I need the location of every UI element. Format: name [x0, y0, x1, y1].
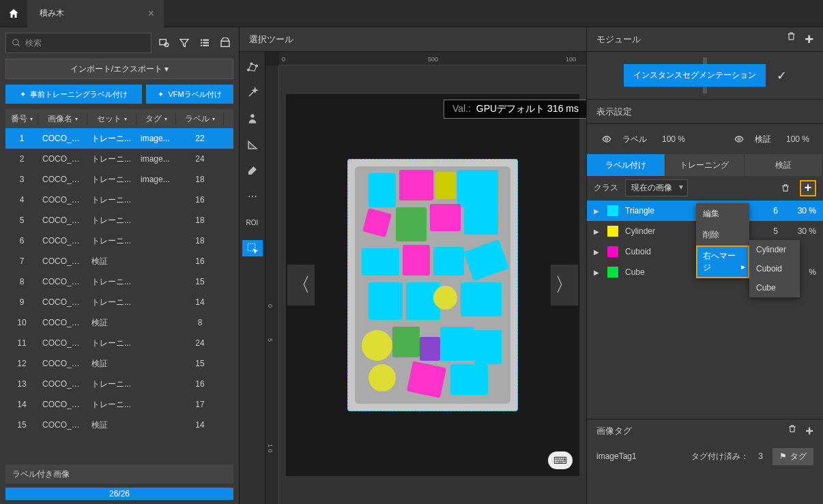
table-row[interactable]: 3COCO_va...トレーニ...image...18 [5, 169, 233, 190]
display-label-row: ラベル 100 % 検証 100 % [587, 124, 823, 154]
svg-rect-8 [201, 45, 202, 46]
merge-submenu: Cylinder Cuboid Cube [749, 240, 800, 297]
svg-line-1 [18, 44, 20, 46]
module-chip-row: インスタンスセグメンテーション ✓ [587, 52, 823, 100]
trash-icon[interactable] [788, 424, 797, 439]
next-image-button[interactable]: 〉 [551, 265, 578, 306]
wand-tool[interactable] [242, 85, 263, 101]
ruler-horizontal: 0 500 100 [279, 52, 586, 65]
tab-labeling[interactable]: ラベル付け [587, 154, 665, 176]
table-row[interactable]: 1COCO_va...トレーニ...image...22 [5, 128, 233, 149]
tool-toolbar: ⋯ ROI [240, 52, 265, 504]
ctx-delete[interactable]: 削除 [696, 224, 749, 246]
table-row[interactable]: 11COCO_va...トレーニ...24 [5, 333, 233, 353]
svg-point-15 [250, 114, 254, 117]
person-tool[interactable] [242, 110, 263, 127]
class-list: 編集 削除 右へマージ▸ Cylinder Cuboid Cube ▶Trian… [587, 201, 823, 282]
canvas[interactable]: Val.:GPUデフォルト 316 ms 〈 〉 ⌨ [279, 65, 586, 504]
module-chip[interactable]: インスタンスセグメンテーション [624, 64, 766, 87]
svg-point-13 [255, 65, 257, 67]
eraser-tool[interactable] [242, 162, 263, 179]
svg-point-11 [247, 69, 249, 71]
svg-line-14 [248, 90, 255, 96]
more-tool[interactable]: ⋯ [242, 188, 263, 205]
labeled-images-label: ラベル付き画像 [5, 464, 233, 484]
right-panel: モジュール + インスタンスセグメンテーション ✓ 表示設定 ラベル 100 %… [587, 27, 823, 504]
tab-verify[interactable]: 検証 [745, 154, 823, 176]
center-header: 選択ツール [240, 27, 586, 52]
image-settings-icon[interactable] [156, 35, 172, 51]
check-icon[interactable]: ✓ [777, 68, 787, 83]
grid-icon[interactable] [217, 35, 233, 51]
table-row[interactable]: 2COCO_va...トレーニ...image...24 [5, 149, 233, 169]
svg-point-12 [250, 63, 252, 65]
pretrain-label-button[interactable]: ✦事前トレーニングラベル付け [5, 85, 142, 104]
project-tab[interactable]: 積み木 × [27, 0, 164, 27]
center-panel: 選択ツール ⋯ ROI 0 500 100 0 5 [239, 27, 587, 504]
context-menu: 編集 削除 右へマージ▸ [696, 203, 749, 278]
select-tool[interactable] [242, 240, 263, 256]
plus-icon[interactable]: + [805, 424, 813, 439]
left-panel: 検索 インポート/エクスポート ▾ ✦事前トレーニングラベル付け ✦VFMラベル… [0, 27, 239, 504]
progress-bar: 26/26 [5, 488, 233, 500]
trash-icon[interactable] [781, 183, 790, 193]
tag-button[interactable]: ⚑タグ [773, 448, 813, 465]
svg-rect-7 [203, 42, 209, 44]
tag-row: imageTag1 タグ付け済み： 3 ⚑タグ [587, 443, 823, 470]
table-row[interactable]: 4COCO_va...トレーニ...16 [5, 190, 233, 210]
add-class-button[interactable]: + [800, 180, 816, 196]
list-icon[interactable] [197, 35, 213, 51]
table-row[interactable]: 7COCO_va...検証16 [5, 251, 233, 271]
class-header-row: クラス 現在の画像 + [587, 176, 823, 201]
angle-tool[interactable] [242, 136, 263, 153]
plus-icon[interactable]: + [805, 31, 813, 48]
module-header: モジュール + [587, 27, 823, 52]
ctx-merge[interactable]: 右へマージ▸ [696, 246, 749, 278]
svg-point-18 [738, 138, 740, 140]
mode-tabs: ラベル付け トレーニング 検証 [587, 154, 823, 176]
table-row[interactable]: 8COCO_va...トレーニ...15 [5, 271, 233, 292]
tag-name: imageTag1 [596, 451, 637, 461]
ctx-edit[interactable]: 編集 [696, 203, 749, 224]
tab-training[interactable]: トレーニング [665, 154, 744, 176]
search-input[interactable]: 検索 [5, 33, 151, 53]
keyboard-icon[interactable]: ⌨ [548, 451, 573, 469]
prev-image-button[interactable]: 〈 [287, 265, 315, 306]
table-row[interactable]: 15COCO_va...検証14 [5, 415, 233, 435]
svg-rect-9 [203, 45, 209, 46]
validation-badge: Val.:GPUデフォルト 316 ms [444, 100, 586, 119]
eye-icon[interactable] [733, 134, 745, 144]
sub-cube[interactable]: Cube [749, 278, 800, 297]
table-row[interactable]: 10COCO_va...検証8 [5, 312, 233, 333]
ruler-vertical: 0 5 1 0 [265, 65, 279, 504]
close-icon[interactable]: × [148, 8, 154, 20]
table-header: 番号▾ 画像名▾ セット▾ タグ▾ ラベル▾ [5, 109, 233, 128]
table-row[interactable]: 5COCO_va...トレーニ...18 [5, 210, 233, 231]
annotated-image [347, 159, 518, 411]
vfm-label-button[interactable]: ✦VFMラベル付け [146, 85, 233, 104]
polygon-tool[interactable] [242, 59, 263, 75]
svg-point-0 [13, 40, 18, 45]
filter-icon[interactable] [176, 35, 192, 51]
table-row[interactable]: 6COCO_va...トレーニ...18 [5, 231, 233, 251]
class-scope-dropdown[interactable]: 現在の画像 [625, 179, 688, 196]
display-section-title: 表示設定 [587, 100, 823, 124]
svg-point-17 [605, 138, 608, 140]
tab-title: 積み木 [40, 8, 64, 19]
sub-cylinder[interactable]: Cylinder [749, 240, 800, 259]
svg-rect-6 [201, 42, 202, 44]
table-row[interactable]: 14COCO_va...トレーニ...17 [5, 394, 233, 415]
sub-cuboid[interactable]: Cuboid [749, 259, 800, 278]
tags-header: 画像タグ + [587, 419, 823, 443]
trash-icon[interactable] [786, 31, 796, 48]
svg-rect-4 [201, 40, 202, 41]
image-viewport: Val.:GPUデフォルト 316 ms 〈 〉 ⌨ [286, 94, 579, 476]
table-row[interactable]: 12COCO_va...検証15 [5, 353, 233, 374]
import-export-button[interactable]: インポート/エクスポート ▾ [5, 59, 233, 79]
svg-rect-5 [203, 40, 209, 41]
table-row[interactable]: 13COCO_va...トレーニ...16 [5, 374, 233, 394]
table-row[interactable]: 9COCO_va...トレーニ...14 [5, 292, 233, 312]
roi-tool[interactable]: ROI [242, 214, 263, 231]
eye-icon[interactable] [601, 134, 613, 144]
home-button[interactable] [0, 0, 27, 27]
